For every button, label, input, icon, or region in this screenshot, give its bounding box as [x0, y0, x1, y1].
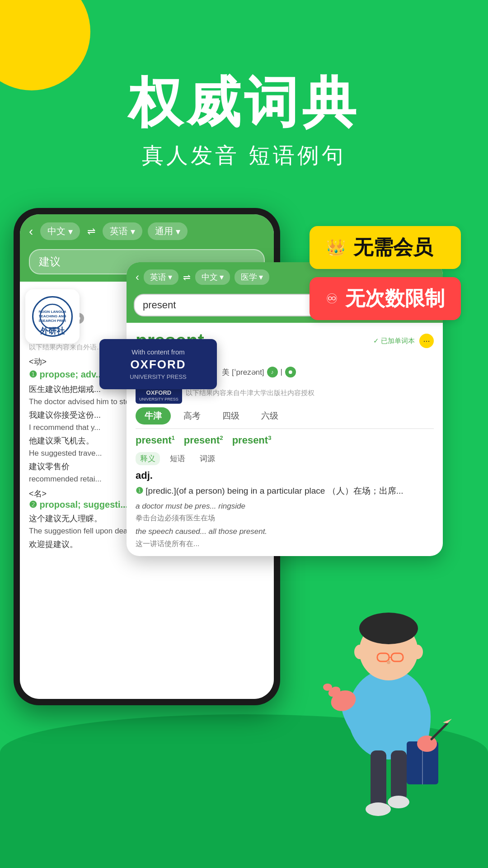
tab-gaokao[interactable]: 高考 — [174, 407, 210, 425]
oxford-card-sub: UNIVERSITY PRESS — [110, 373, 206, 380]
example-cn-2: 这一讲话使所有在... — [136, 539, 434, 549]
tab-cet4[interactable]: 四级 — [213, 407, 249, 425]
oxford-note: 以下结果内容来自牛津大学出版社内容授权 — [186, 389, 314, 397]
hero-section: 权威词典 真人发音 短语例句 — [0, 72, 488, 170]
nav-chinese-2[interactable]: 中文 ▾ — [195, 269, 230, 285]
wgy-logo-inner: FOREIGN LANGUAGE TEACHING AND RESEARCH P… — [32, 296, 73, 337]
word-actions: ✓ 已加单词本 ··· — [373, 334, 434, 348]
svg-text:TEACHING AND: TEACHING AND — [39, 314, 66, 318]
nav-switch-icon-2[interactable]: ⇌ — [183, 272, 191, 283]
svg-rect-20 — [391, 750, 407, 800]
svg-text:RESEARCH PRESS: RESEARCH PRESS — [39, 319, 66, 323]
tab-cet6[interactable]: 六级 — [252, 407, 287, 425]
us-record-icon[interactable]: ⏺ — [285, 367, 296, 377]
back-icon-2[interactable]: ‹ — [136, 271, 139, 283]
infinity-icon: ♾ — [326, 291, 338, 307]
more-button[interactable]: ··· — [419, 334, 434, 348]
meaning-1[interactable]: present1 — [136, 434, 175, 446]
nav-medical-2[interactable]: 医学 ▾ — [235, 269, 269, 285]
svg-point-24 — [412, 645, 423, 659]
meaning-2[interactable]: present2 — [184, 434, 223, 446]
nav-switch-icon-1[interactable]: ⇌ — [87, 226, 95, 237]
phone-nav-1: ‹ 中文 ▾ ⇌ 英语 ▾ 通用 ▾ — [20, 214, 274, 245]
svg-rect-19 — [371, 750, 386, 809]
badge-unlimited-text: 无次数限制 — [345, 285, 445, 312]
svg-point-21 — [366, 802, 391, 816]
oxford-press-card: With content from OXFORD UNIVERSITY PRES… — [99, 339, 217, 389]
oxford-card-line1: With content from — [110, 348, 206, 356]
badge-no-member-text: 无需会员 — [353, 234, 433, 261]
oxford-card-title: OXFORD — [110, 358, 206, 372]
card-pos: adj. — [136, 470, 434, 481]
svg-point-23 — [354, 645, 365, 659]
card-sub-tabs: 释义 短语 词源 — [136, 452, 434, 465]
example-en-2: the speech caused... all those present. — [136, 526, 434, 538]
svg-marker-26 — [443, 719, 452, 723]
hero-subtitle: 真人发音 短语例句 — [0, 141, 488, 170]
sub-tab-meaning[interactable]: 释义 — [136, 452, 160, 465]
svg-text:FOREIGN LANGUAGE: FOREIGN LANGUAGE — [39, 310, 66, 314]
badges-container: 👑 无需会员 ♾ 无次数限制 — [310, 226, 461, 320]
character-svg — [298, 570, 479, 841]
nav-english-1[interactable]: 英语 ▾ — [103, 222, 142, 240]
card-def-1: ❶ [predic.](of a person) being in a part… — [136, 484, 434, 498]
nav-chinese-1[interactable]: 中文 ▾ — [40, 222, 80, 240]
back-icon-1[interactable]: ‹ — [29, 224, 33, 239]
nav-mode-1[interactable]: 通用 ▾ — [148, 222, 188, 240]
example-cn-1: 拳击台边必须有医生在场 — [136, 514, 434, 523]
wgy-logo: FOREIGN LANGUAGE TEACHING AND RESEARCH P… — [25, 289, 80, 344]
saved-badge: ✓ 已加单词本 — [373, 337, 415, 345]
svg-point-14 — [323, 684, 332, 691]
card-meanings: present1 present2 present3 — [136, 434, 434, 446]
svg-point-10 — [387, 660, 390, 664]
character-illustration — [298, 570, 479, 841]
example-en-1: a doctor must be pres... ringside — [136, 500, 434, 512]
nav-english-2[interactable]: 英语 ▾ — [144, 269, 178, 285]
tab-oxford[interactable]: 牛津 — [136, 407, 171, 425]
wgy-text: 外研社 — [40, 326, 65, 336]
badge-unlimited[interactable]: ♾ 无次数限制 — [310, 277, 461, 320]
svg-line-25 — [432, 723, 447, 739]
sub-tab-etymology[interactable]: 词源 — [195, 452, 220, 465]
sub-tab-phrase[interactable]: 短语 — [165, 452, 190, 465]
badge-no-member[interactable]: 👑 无需会员 — [310, 226, 461, 269]
svg-point-6 — [359, 613, 418, 644]
svg-point-22 — [388, 796, 409, 808]
hero-title: 权威词典 — [0, 72, 488, 132]
crown-icon: 👑 — [326, 238, 346, 257]
card-tabs: 牛津 高考 四级 六级 — [136, 407, 434, 429]
meaning-3[interactable]: present3 — [232, 434, 272, 446]
card-examples: a doctor must be pres... ringside 拳击台边必须… — [136, 500, 434, 549]
us-sound-icon[interactable]: ♪ — [267, 367, 278, 377]
